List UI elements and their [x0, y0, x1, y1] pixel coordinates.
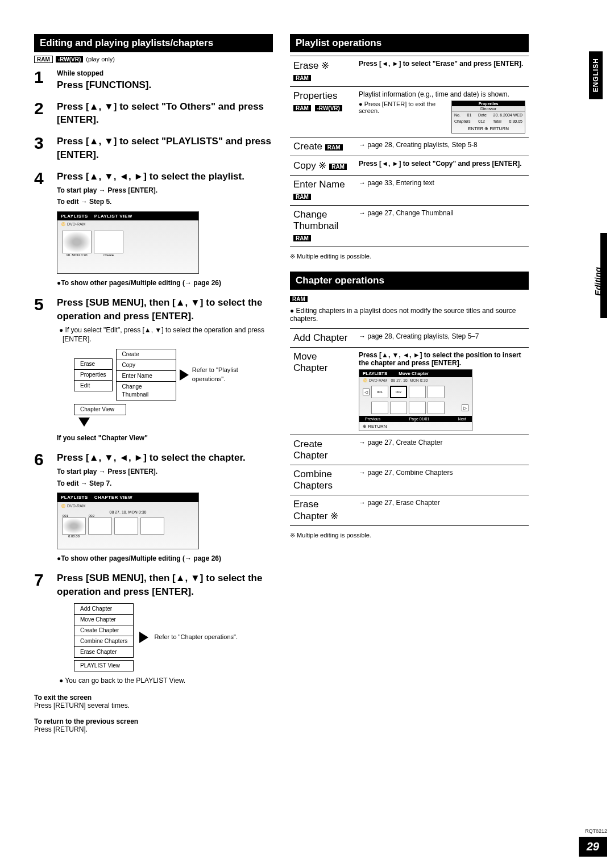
disc-tags-left: RAM -RW(VR) (play only) [34, 56, 273, 63]
arrow-right-icon [180, 369, 189, 381]
playlist-ops-table: Erase ※ RAM Press [◄, ►] to select "Eras… [290, 56, 529, 247]
page-number: 29 [579, 837, 607, 857]
playlist-footnote: ※ Multiple editing is possible. [290, 253, 529, 260]
step-6: Press [▲, ▼, ◄, ►] to select the chapter… [34, 451, 273, 564]
exit-instructions: To exit the screen Press [RETURN] severa… [34, 694, 273, 733]
diagram-playlist-view: PLAYLISTS PLAYLIST VIEW 📀 DVD-RAM 10. MO… [57, 211, 199, 274]
step-3: Press [▲, ▼] to select "PLAYLISTS" and p… [34, 135, 273, 162]
move-chapter-inset: PLAYLISTSMove Chapter 📀 DVD-RAM 08 27. 1… [359, 369, 472, 431]
submenu-diagram-2: Add Chapter Move Chapter Create Chapter … [74, 603, 273, 671]
step-7: Press [SUB MENU], then [▲, ▼] to select … [34, 571, 273, 685]
section-tab: Editing [593, 267, 603, 296]
step-5: Press [SUB MENU], then [▲, ▼] to select … [34, 296, 273, 443]
header-chapter-ops: Chapter operations [290, 272, 529, 290]
diagram-chapter-view: PLAYLISTS CHAPTER VIEW 📀 DVD-RAM 08 27. … [57, 493, 199, 549]
step-4: Press [▲, ▼, ◄, ►] to select the playlis… [34, 170, 273, 288]
chapter-ops-table: Add Chapter → page 28, Creating playlist… [290, 328, 529, 526]
arrow-right-icon [139, 632, 148, 643]
header-left: Editing and playing playlists/chapters [34, 34, 273, 52]
header-playlist-ops: Playlist operations [290, 34, 529, 52]
chapter-footnote: ※ Multiple editing is possible. [290, 532, 529, 539]
submenu-diagram-1: Erase Properties Edit Create Copy Enter … [74, 349, 273, 429]
doc-number: RQT8212 [585, 828, 607, 834]
properties-inset: Properties Dinosaur No.01Date20. 6.2004 … [451, 101, 525, 133]
step-2: Press [▲, ▼] to select "To Others" and p… [34, 100, 273, 127]
step-1: While stopped Press [FUNCTIONS]. [34, 69, 273, 92]
arrow-down-icon [78, 418, 90, 427]
language-tab: ENGLISH [589, 51, 603, 99]
